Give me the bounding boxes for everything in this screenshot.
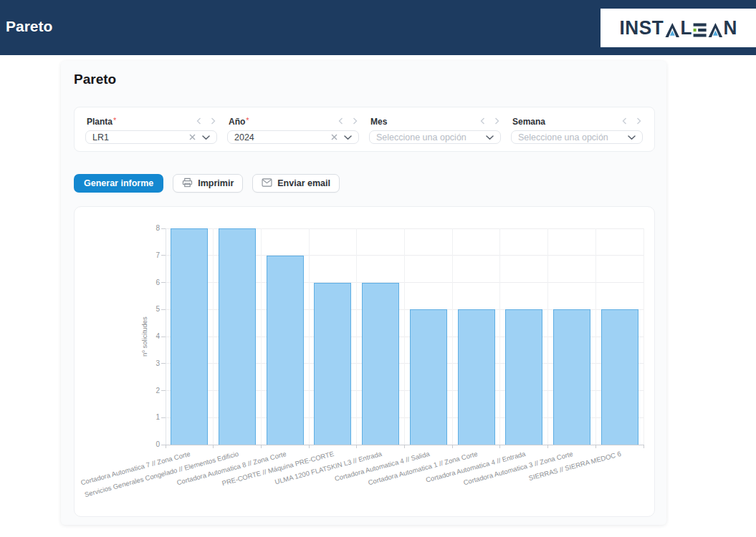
x-axis-tick — [356, 445, 357, 448]
filter-group-planta: Planta* LR1 — [85, 115, 217, 144]
printer-icon — [182, 178, 193, 190]
chevron-right-icon[interactable] — [211, 117, 216, 125]
chevron-right-icon[interactable] — [494, 117, 499, 125]
semana-pager — [622, 117, 641, 125]
ano-select[interactable]: 2024 — [227, 130, 359, 144]
app-header: Pareto INST L N — [0, 0, 756, 55]
x-axis-tick — [595, 445, 596, 448]
semana-select-placeholder: Seleccione una opción — [518, 132, 628, 142]
pareto-chart-card: 012345678Cortadora Automatica 7 // Zona … — [74, 206, 655, 517]
bar — [458, 309, 495, 445]
mes-pager — [480, 117, 499, 125]
chevron-down-icon[interactable] — [202, 132, 210, 142]
chevron-left-icon[interactable] — [622, 117, 627, 125]
planta-label: Planta* — [87, 115, 116, 127]
actions-row: Generar informe Imprimir Enviar email — [74, 174, 340, 193]
mes-select[interactable]: Seleccione una opción — [369, 130, 501, 144]
filter-group-mes: Mes Seleccione una opción — [369, 115, 501, 144]
bar — [553, 309, 590, 445]
logo-instalean: INST L N — [619, 19, 737, 38]
chevron-down-icon[interactable] — [486, 132, 494, 142]
x-axis-tick — [499, 445, 500, 448]
y-axis-tick-label: 8 — [140, 224, 160, 232]
page-title: Pareto — [74, 72, 116, 87]
chevron-right-icon[interactable] — [353, 117, 358, 125]
grid-line-vertical — [595, 228, 596, 445]
planta-pager — [196, 117, 216, 125]
chevron-right-icon[interactable] — [636, 117, 641, 125]
grid-line-vertical — [404, 228, 405, 445]
logo-text-part2: L — [680, 19, 692, 38]
grid-line-vertical — [547, 228, 548, 445]
chevron-down-icon[interactable] — [344, 132, 352, 142]
ano-pager — [338, 117, 358, 125]
bar — [314, 283, 351, 445]
mes-select-placeholder: Seleccione una opción — [376, 132, 486, 142]
logo-a-icon — [664, 22, 680, 38]
clear-icon[interactable] — [331, 134, 338, 140]
logo-text-part1: INST — [619, 19, 664, 38]
app-title: Pareto — [6, 18, 52, 35]
generate-report-button[interactable]: Generar informe — [74, 174, 163, 193]
ano-label: Año* — [229, 115, 249, 127]
bar — [505, 309, 542, 445]
clear-icon[interactable] — [189, 134, 196, 140]
grid-line-vertical — [213, 228, 214, 445]
grid-line-vertical — [452, 228, 453, 445]
bar — [171, 228, 208, 445]
plot-area: 012345678Cortadora Automatica 7 // Zona … — [166, 228, 643, 445]
email-button-label: Enviar email — [277, 178, 330, 188]
x-axis-tick — [404, 445, 405, 448]
grid-line-vertical — [356, 228, 357, 445]
filter-panel: Planta* LR1 Año* — [74, 107, 655, 152]
grid-line-vertical — [166, 228, 166, 445]
grid-line-vertical — [499, 228, 500, 445]
y-axis-title: nº solicitudes — [140, 316, 148, 357]
y-axis-tick-label: 6 — [140, 279, 160, 286]
x-axis-tick — [452, 445, 453, 448]
required-asterisk: * — [113, 116, 116, 125]
ano-select-value: 2024 — [234, 132, 331, 142]
x-axis-tick — [309, 445, 310, 448]
y-axis-tick-label: 3 — [140, 359, 160, 367]
y-axis-tick-label: 5 — [140, 305, 160, 313]
chevron-down-icon[interactable] — [628, 132, 636, 142]
planta-select-value: LR1 — [92, 132, 189, 142]
x-axis-tick — [261, 445, 262, 448]
bar — [410, 309, 447, 445]
bar — [219, 228, 256, 445]
x-axis-tick — [547, 445, 548, 448]
y-axis-tick-label: 7 — [140, 251, 160, 259]
mes-label: Mes — [370, 115, 387, 127]
y-axis-tick-label: 2 — [140, 387, 160, 395]
pareto-panel: Pareto Planta* LR1 Año* — [61, 61, 666, 525]
filter-group-semana: Semana Seleccione una opción — [511, 115, 643, 144]
logo-container: INST L N — [601, 9, 756, 47]
semana-label: Semana — [512, 115, 545, 127]
logo-text-part3: N — [723, 19, 737, 38]
y-axis-tick-label: 1 — [140, 413, 160, 421]
grid-line-vertical — [309, 228, 310, 445]
y-axis-tick-label: 0 — [140, 440, 160, 448]
grid-line-vertical — [261, 228, 262, 445]
logo-e-icon — [692, 22, 707, 38]
x-axis-tick — [166, 445, 166, 448]
planta-select[interactable]: LR1 — [85, 130, 217, 144]
chevron-left-icon[interactable] — [480, 117, 485, 125]
chevron-left-icon[interactable] — [338, 117, 343, 125]
filter-group-ano: Año* 2024 — [227, 115, 359, 144]
envelope-icon — [262, 178, 272, 189]
grid-line-vertical — [643, 228, 644, 445]
x-axis-tick — [213, 445, 214, 448]
required-asterisk: * — [246, 116, 249, 125]
semana-select[interactable]: Seleccione una opción — [511, 130, 643, 144]
bar — [601, 309, 638, 445]
print-button[interactable]: Imprimir — [173, 174, 243, 193]
bar — [362, 283, 399, 445]
send-email-button[interactable]: Enviar email — [252, 174, 340, 193]
x-axis-tick — [643, 445, 644, 448]
logo-a-icon — [707, 22, 723, 38]
bar — [267, 256, 304, 445]
chevron-left-icon[interactable] — [196, 117, 201, 125]
print-button-label: Imprimir — [198, 178, 234, 188]
